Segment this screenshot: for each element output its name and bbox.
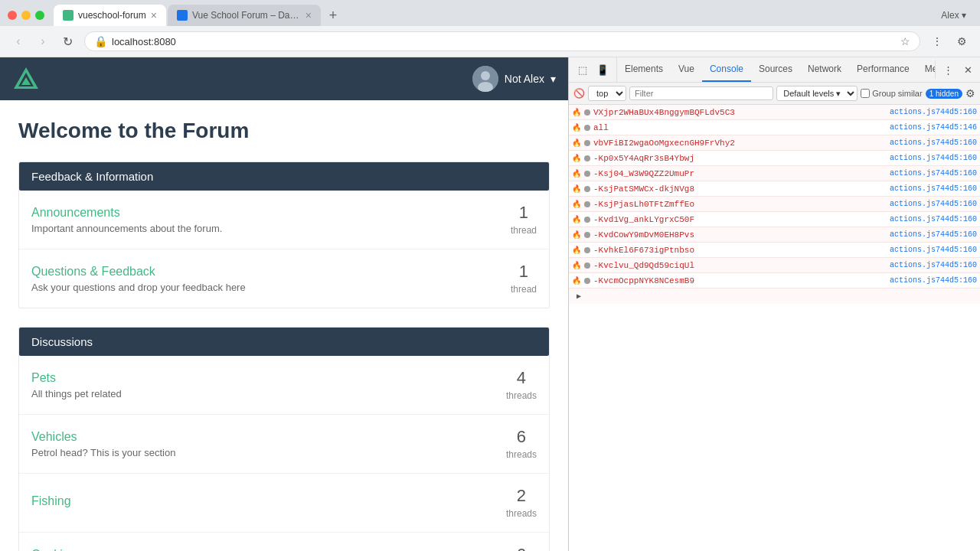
entry-dot	[584, 262, 590, 269]
devtools-topbar: ⬚ 📱 Elements Vue Console Sources Network…	[569, 57, 980, 83]
settings-icon[interactable]: ⚙	[951, 31, 972, 52]
console-settings-icon[interactable]: ⚙	[965, 87, 975, 99]
tab-performance[interactable]: Performance	[849, 57, 917, 82]
entry-file-link[interactable]: actions.js744d5:160	[890, 169, 977, 178]
category-header-feedback: Feedback & Information	[19, 162, 549, 191]
thread-label: threads	[506, 390, 537, 401]
entry-dot	[584, 155, 590, 161]
forward-button[interactable]: ›	[32, 31, 54, 52]
console-entries: 🔥 VXjpr2WHaBUx4BnggymBQFLdv5C3 actions.j…	[569, 105, 980, 551]
entry-key: -KvhkEl6F673igPtnbso	[593, 246, 887, 255]
group-similar-checkbox[interactable]: Group similar	[861, 89, 922, 98]
expand-entries-icon[interactable]: ▶	[575, 292, 583, 301]
entry-file-link[interactable]: actions.js744d5:160	[890, 276, 977, 285]
address-bar[interactable]: 🔒 localhost:8080 ☆	[84, 31, 920, 51]
maximize-button[interactable]	[35, 11, 44, 20]
forum-item-left: Announcements Important announcements ab…	[31, 206, 222, 234]
browser-user: Alex ▾	[935, 7, 972, 24]
forum-item-name[interactable]: Fishing	[31, 494, 71, 508]
entry-file-link[interactable]: actions.js744d5:160	[890, 108, 977, 116]
entry-file-link[interactable]: actions.js744d5:160	[890, 230, 977, 239]
forum-item-left: Pets All things pet related	[31, 371, 122, 399]
forum-item-name[interactable]: Vehicles	[31, 430, 175, 444]
close-button[interactable]	[8, 11, 17, 20]
list-item: Questions & Feedback Ask your questions …	[19, 249, 549, 308]
forum-item-left: Cooking Discuss your passion for food an…	[31, 548, 218, 552]
entry-file-link[interactable]: actions.js744d5:160	[890, 200, 977, 208]
tab-memory[interactable]: Memory	[917, 57, 935, 82]
forum-item-name[interactable]: Cooking	[31, 548, 218, 552]
entry-dot	[584, 109, 590, 116]
star-icon[interactable]: ☆	[900, 35, 910, 47]
error-icon: 🔥	[572, 246, 581, 255]
close-devtools-icon[interactable]: ✕	[959, 60, 977, 79]
list-item: ▶	[569, 289, 980, 304]
devtools-panel: ⬚ 📱 Elements Vue Console Sources Network…	[568, 57, 980, 551]
entry-file-link[interactable]: actions.js744d5:160	[890, 215, 977, 223]
main-layout: Not Alex ▾ Welcome to the Forum Feedback…	[0, 57, 980, 551]
entry-file-link[interactable]: actions.js744d5:146	[890, 123, 977, 132]
error-icon: 🔥	[572, 200, 581, 209]
filter-input[interactable]	[629, 86, 773, 100]
console-toolbar: 🚫 top Default levels ▾ Group similar 1 h…	[569, 83, 980, 105]
reload-button[interactable]: ↻	[57, 31, 78, 52]
category-header-discussions: Discussions	[19, 328, 549, 356]
levels-select[interactable]: Default levels ▾	[776, 86, 858, 101]
list-item: Fishing 2 threads	[19, 474, 549, 533]
tab-console[interactable]: Console	[702, 57, 751, 82]
new-tab-button[interactable]: +	[322, 5, 344, 26]
inspect-element-icon[interactable]: ⬚	[573, 60, 592, 79]
tab-favicon-2	[177, 10, 188, 21]
tab-close-inactive[interactable]: ×	[305, 9, 312, 21]
group-similar-toggle[interactable]	[861, 89, 870, 98]
section-feedback: Feedback & Information Announcements Imp…	[18, 161, 550, 308]
list-item: 🔥 -KsjPjasLh0TFtZmffEo actions.js744d5:1…	[569, 197, 980, 212]
address-text: localhost:8080	[112, 36, 896, 47]
forum-item-count: 2 threads	[506, 486, 537, 520]
context-select[interactable]: top	[588, 86, 626, 101]
forum-item-desc: Petrol head? This is your section	[31, 447, 175, 458]
forum-user-menu[interactable]: Not Alex ▾	[472, 66, 556, 92]
tab-active[interactable]: vueschool-forum ×	[54, 5, 166, 26]
entry-dot	[584, 247, 590, 253]
forum-header: Not Alex ▾	[0, 57, 568, 100]
list-item: 🔥 -Ksj04_W3W9QZZ2UmuPr actions.js744d5:1…	[569, 166, 980, 181]
tab-elements[interactable]: Elements	[617, 57, 671, 82]
thread-count: 1	[511, 262, 537, 282]
tab-network[interactable]: Network	[800, 57, 849, 82]
error-icon: 🔥	[572, 215, 581, 224]
entry-dot	[584, 171, 590, 177]
entry-key: -Kp0x5Y4AqRr3sB4Ybwj	[593, 154, 887, 163]
tab-vue[interactable]: Vue	[671, 57, 702, 82]
clear-console-icon[interactable]: 🚫	[573, 88, 585, 99]
back-button[interactable]: ‹	[8, 31, 29, 52]
entry-file-link[interactable]: actions.js744d5:160	[890, 139, 977, 147]
forum-item-name[interactable]: Pets	[31, 371, 122, 385]
entry-file-link[interactable]: actions.js744d5:160	[890, 184, 977, 193]
minimize-button[interactable]	[21, 11, 31, 20]
forum-item-name[interactable]: Questions & Feedback	[31, 265, 246, 279]
entry-file-link[interactable]: actions.js744d5:160	[890, 154, 977, 162]
devtools-icons: ⬚ 📱	[569, 57, 617, 82]
error-icon: 🔥	[572, 184, 581, 194]
list-item: 🔥 vbVFiBI2wgaOoMgxecnGH9FrVhy2 actions.j…	[569, 135, 980, 151]
device-toolbar-icon[interactable]: 📱	[593, 60, 612, 79]
forum-item-desc: All things pet related	[31, 388, 122, 399]
customize-devtools-icon[interactable]: ⋮	[939, 60, 957, 79]
forum-logo	[12, 65, 40, 93]
nav-buttons: ‹ › ↻	[8, 31, 78, 52]
entry-file-link[interactable]: actions.js744d5:160	[890, 246, 977, 254]
tab-sources[interactable]: Sources	[751, 57, 800, 82]
tab-close-active[interactable]: ×	[151, 9, 157, 21]
forum-item-left: Vehicles Petrol head? This is your secti…	[31, 430, 175, 458]
extensions-icon[interactable]: ⋮	[926, 31, 948, 52]
forum-item-name[interactable]: Announcements	[31, 206, 222, 220]
tab-inactive[interactable]: Vue School Forum – Databas ×	[168, 5, 321, 26]
list-item: 🔥 all actions.js744d5:146	[569, 120, 980, 135]
forum-section-discussions: Pets All things pet related 4 threads Ve…	[19, 356, 549, 551]
entry-dot	[584, 186, 590, 192]
entry-key: -KvcmOcppNYK8NCesmB9	[593, 276, 887, 285]
forum-item-count: 6 threads	[506, 427, 537, 461]
entry-file-link[interactable]: actions.js744d5:160	[890, 261, 977, 269]
forum-item-desc: Important announcements about the forum.	[31, 223, 222, 234]
